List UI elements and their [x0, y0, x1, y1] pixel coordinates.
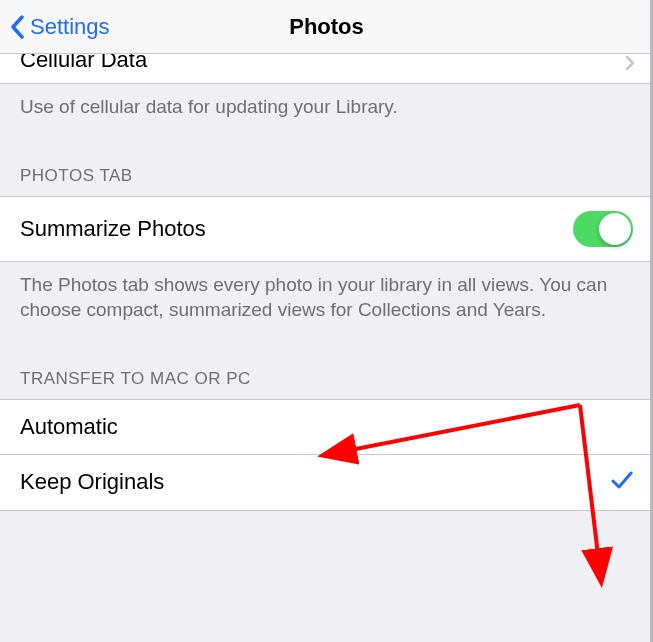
transfer-option-automatic[interactable]: Automatic: [0, 399, 653, 455]
toggle-knob: [599, 213, 631, 245]
chevron-left-icon: [10, 14, 26, 40]
summarize-photos-label: Summarize Photos: [20, 216, 206, 242]
navigation-bar: Settings Photos: [0, 0, 653, 54]
back-label: Settings: [30, 14, 110, 40]
transfer-option-label: Keep Originals: [20, 469, 164, 495]
chevron-right-icon: [625, 55, 635, 75]
cellular-data-label: Cellular Data: [20, 54, 147, 73]
cellular-footer: Use of cellular data for updating your L…: [0, 84, 653, 148]
transfer-option-keep-originals[interactable]: Keep Originals: [0, 455, 653, 511]
photos-tab-footer: The Photos tab shows every photo in your…: [0, 262, 653, 351]
cellular-data-row[interactable]: Cellular Data: [0, 54, 653, 84]
content: Cellular Data Use of cellular data for u…: [0, 54, 653, 511]
photos-tab-header: PHOTOS TAB: [0, 148, 653, 196]
transfer-option-label: Automatic: [20, 414, 118, 440]
summarize-photos-row[interactable]: Summarize Photos: [0, 196, 653, 262]
summarize-photos-toggle[interactable]: [573, 211, 633, 247]
checkmark-icon: [611, 471, 633, 493]
back-button[interactable]: Settings: [0, 14, 110, 40]
transfer-header: TRANSFER TO MAC OR PC: [0, 351, 653, 399]
